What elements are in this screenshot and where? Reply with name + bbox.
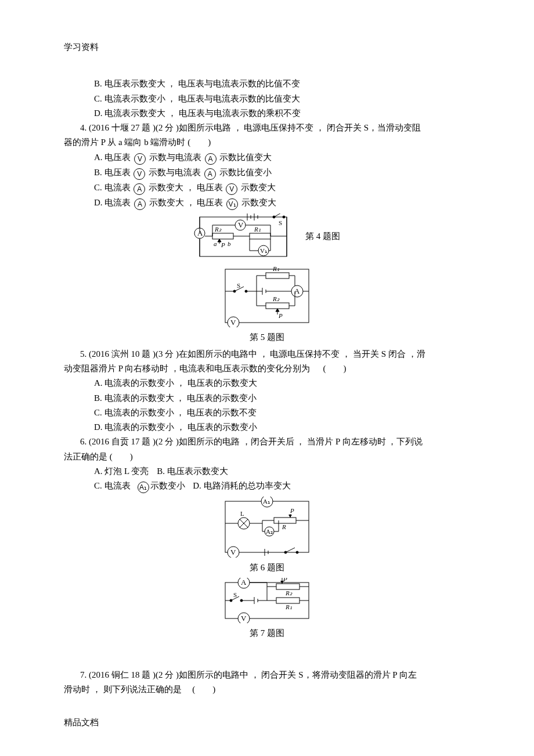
q4-figure: A V V₁ R₂ R₁ a b P S 第 4 题图 bbox=[64, 214, 470, 261]
q4-d-part1: D. 电流表 bbox=[94, 198, 131, 207]
q6-option-b: B. 电压表示数变大 bbox=[157, 466, 228, 476]
q6-options-row1: A. 灯泡 L 变亮 B. 电压表示数变大 bbox=[64, 465, 470, 478]
svg-text:P: P bbox=[221, 241, 225, 248]
svg-text:P: P bbox=[283, 578, 287, 583]
svg-marker-57 bbox=[276, 309, 279, 312]
q4-d-part3: 示数变大 bbox=[241, 198, 276, 207]
svg-rect-102 bbox=[276, 584, 300, 589]
svg-rect-74 bbox=[274, 518, 296, 523]
svg-text:P: P bbox=[290, 507, 294, 514]
svg-text:V: V bbox=[241, 614, 247, 623]
q6-stem-line2: 法正确的是 ( ) bbox=[64, 450, 470, 464]
q4-a-part3: 示数比值变大 bbox=[219, 153, 272, 162]
q4-stem-line1: 4. (2016 十堰 27 题 )(2 分 )如图所示电路 ， 电源电压保持不… bbox=[64, 121, 470, 135]
ammeter-icon: A bbox=[134, 198, 146, 210]
svg-rect-109 bbox=[276, 598, 300, 603]
voltmeter-icon: V bbox=[226, 183, 237, 195]
svg-text:R₁: R₁ bbox=[272, 265, 279, 272]
svg-text:R₁: R₁ bbox=[254, 226, 261, 233]
svg-line-93 bbox=[286, 548, 295, 552]
q5-option-c: C. 电流表的示数变小 ， 电压表的示数不变 bbox=[64, 406, 470, 419]
svg-rect-69 bbox=[225, 501, 309, 552]
q5-figure: A V R₁ R₂ P S 第 5 题图 bbox=[64, 265, 470, 344]
page-header: 学习资料 bbox=[64, 41, 470, 54]
svg-text:R: R bbox=[282, 523, 286, 530]
q4-c-part3: 示数变大 bbox=[241, 183, 276, 192]
q4-b-part3: 示数比值变小 bbox=[219, 168, 272, 177]
q6-option-c-1: C. 电流表 bbox=[94, 481, 131, 490]
q4-c-part2: 示数变大 ， 电压表 bbox=[149, 183, 223, 192]
voltmeter-v1-icon: V₁ bbox=[226, 198, 238, 210]
q3-option-c: C. 电流表示数变小 ， 电压表与电流表示数的比值变大 bbox=[64, 92, 470, 106]
q4-option-d: D. 电流表 A 示数变大 ， 电压表 V₁ 示数变大 bbox=[64, 196, 470, 210]
q6-option-c-2: 示数变小 bbox=[150, 481, 185, 490]
svg-text:V: V bbox=[230, 318, 236, 327]
q5-option-d: D. 电流表的示数变小 ， 电压表的示数变小 bbox=[64, 421, 470, 434]
header-text: 学习资料 bbox=[64, 42, 99, 52]
q3-option-d: D. 电流表示数变大 ， 电压表与电流表示数的乘积不变 bbox=[64, 107, 470, 120]
q4-b-part1: B. 电压表 bbox=[94, 168, 131, 177]
svg-text:A: A bbox=[197, 229, 203, 237]
svg-text:V: V bbox=[230, 548, 236, 556]
svg-text:A₂: A₂ bbox=[266, 528, 273, 535]
svg-rect-55 bbox=[266, 303, 289, 309]
svg-text:A: A bbox=[241, 578, 247, 587]
q5-circuit-diagram: A V R₁ R₂ P S bbox=[221, 265, 313, 327]
q6-option-d: D. 电路消耗的总功率变大 bbox=[193, 481, 290, 490]
voltmeter-icon: V bbox=[134, 153, 146, 165]
q7-figure: A V S P R₂ R₁ 第 7 题图 bbox=[64, 578, 470, 640]
q5-option-b: B. 电流表的示数变大 ， 电压表的示数变小 bbox=[64, 392, 470, 405]
svg-point-92 bbox=[296, 551, 298, 554]
q7-stem-line2: 滑动时 ， 则下列说法正确的是 ( ) bbox=[64, 683, 470, 696]
svg-text:S: S bbox=[279, 219, 282, 226]
svg-text:A: A bbox=[294, 287, 300, 295]
svg-text:V₁: V₁ bbox=[260, 247, 267, 254]
q5-stem-line2: 动变阻器滑片 P 向右移动时 ，电流表和电压表示数的变化分别为 ( ) bbox=[64, 362, 470, 375]
q4-a-part1: A. 电压表 bbox=[94, 153, 131, 162]
svg-text:b: b bbox=[228, 240, 231, 247]
q4-a-part2: 示数与电流表 bbox=[149, 153, 201, 162]
svg-rect-13 bbox=[250, 233, 270, 239]
ammeter-a1-icon: A₁ bbox=[138, 482, 149, 493]
svg-text:R₂: R₂ bbox=[285, 589, 293, 596]
svg-text:P: P bbox=[278, 312, 283, 319]
voltmeter-icon: V bbox=[134, 168, 145, 180]
q4-option-b: B. 电压表 V 示数与电流表 A 示数比值变小 bbox=[64, 166, 470, 180]
q4-option-a: A. 电压表 V 示数与电流表 A 示数比值变大 bbox=[64, 151, 470, 165]
q6-options-row2: C. 电流表A₁示数变小 D. 电路消耗的总功率变大 bbox=[64, 479, 470, 493]
svg-text:R₂: R₂ bbox=[272, 295, 280, 302]
svg-line-3 bbox=[274, 214, 282, 217]
q4-figure-caption: 第 4 题图 bbox=[305, 231, 340, 241]
ammeter-icon: A bbox=[134, 183, 145, 195]
q4-circuit-diagram: A V V₁ R₂ R₁ a b P S bbox=[194, 214, 293, 261]
page-footer: 精品文档 bbox=[64, 716, 470, 729]
q4-option-c: C. 电流表 A 示数变大 ， 电压表 V 示数变大 bbox=[64, 181, 470, 195]
q4-b-part2: 示数与电流表 bbox=[149, 168, 201, 177]
svg-text:S: S bbox=[233, 591, 237, 598]
q7-figure-caption: 第 7 题图 bbox=[64, 627, 470, 640]
svg-marker-76 bbox=[288, 515, 292, 518]
q6-option-a: A. 灯泡 L 变亮 bbox=[94, 466, 149, 476]
svg-text:R₂: R₂ bbox=[214, 226, 222, 233]
ammeter-icon: A bbox=[204, 168, 216, 180]
q5-option-a: A. 电流表的示数变小 ， 电压表的示数变大 bbox=[64, 377, 470, 390]
svg-text:R₁: R₁ bbox=[285, 603, 292, 610]
svg-text:S: S bbox=[237, 282, 240, 289]
q7-circuit-diagram: A V S P R₂ R₁ bbox=[221, 578, 313, 623]
svg-text:A₁: A₁ bbox=[263, 498, 270, 505]
svg-point-2 bbox=[283, 216, 285, 218]
q7-stem-line1: 7. (2016 铜仁 18 题 )(2 分 )如图所示的电路中 ， 闭合开关 … bbox=[64, 668, 470, 682]
q4-c-part1: C. 电流表 bbox=[94, 183, 131, 192]
q6-stem-line1: 6. (2016 自贡 17 题 )(2 分 )如图所示的电路 ，闭合开关后 ，… bbox=[64, 435, 470, 448]
svg-text:a: a bbox=[214, 240, 217, 247]
q6-figure: A₁ A₂ V L P R 第 6 题图 bbox=[64, 497, 470, 574]
q5-figure-caption: 第 5 题图 bbox=[64, 331, 470, 344]
q4-d-part2: 示数变大 ， 电压表 bbox=[149, 198, 223, 207]
q5-stem-line1: 5. (2016 滨州 10 题 )(3 分 )在如图所示的电路中 ， 电源电压… bbox=[64, 348, 470, 361]
svg-rect-40 bbox=[266, 273, 289, 278]
svg-text:V: V bbox=[238, 220, 244, 229]
q6-circuit-diagram: A₁ A₂ V L P R bbox=[221, 497, 313, 558]
svg-rect-10 bbox=[212, 233, 233, 239]
q4-stem-line2: 器的滑片 P 从 a 端向 b 端滑动时 ( ) bbox=[64, 136, 470, 149]
svg-text:L: L bbox=[240, 510, 244, 517]
